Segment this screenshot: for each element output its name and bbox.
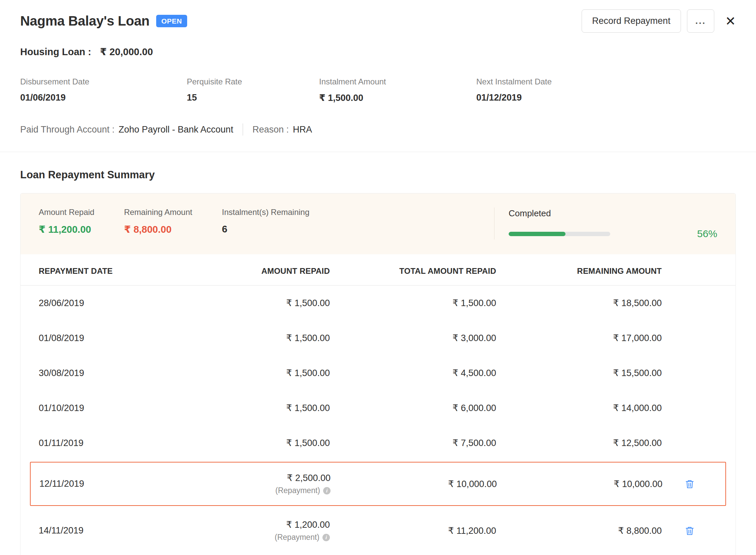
amount-repaid-cell: ₹ 1,500.00 (167, 438, 330, 448)
table-row: 14/11/2019 ₹ 1,200.00 (Repayment) i ₹ 11… (39, 507, 717, 554)
loan-details-page: Nagma Balay's Loan OPEN Record Repayment… (0, 0, 756, 555)
header-actions: Record Repayment ... ✕ (582, 9, 736, 33)
repayment-date-cell: 01/08/2019 (39, 333, 167, 343)
table-row: 28/06/2019 ₹ 1,500.00 ₹ 1,500.00 ₹ 18,50… (39, 286, 717, 321)
total-amount-repaid-cell: ₹ 1,500.00 (330, 298, 496, 308)
detail-label: Disbursement Date (20, 77, 187, 86)
trash-icon (685, 526, 695, 536)
page-title: Nagma Balay's Loan (20, 13, 149, 29)
repayment-date-cell: 28/06/2019 (39, 298, 167, 308)
total-amount-repaid-cell: ₹ 4,500.00 (330, 368, 496, 378)
repayment-date-cell: 12/11/2019 (39, 479, 167, 489)
stat-value: 6 (222, 224, 309, 235)
section-heading: Loan Repayment Summary (20, 169, 736, 181)
loan-detail-grid: Disbursement Date 01/06/2019 Perquisite … (20, 77, 736, 103)
remaining-amount-cell: ₹ 17,000.00 (496, 333, 662, 343)
page-header: Nagma Balay's Loan OPEN Record Repayment… (20, 0, 736, 41)
progress-percent: 56% (697, 228, 717, 239)
repayment-date-cell: 14/11/2019 (39, 525, 167, 536)
vertical-divider (243, 123, 243, 136)
repayment-note: (Repayment) i (167, 533, 330, 542)
remaining-amount-cell: ₹ 18,500.00 (496, 298, 662, 308)
stat-value: ₹ 8,800.00 (124, 224, 192, 235)
detail-value: ₹ 1,500.00 (319, 92, 476, 103)
repayment-note: (Repayment) i (167, 486, 331, 495)
paid-through-value: Zoho Payroll - Bank Account (118, 124, 233, 135)
remaining-amount-cell: ₹ 15,500.00 (496, 368, 662, 378)
more-options-button[interactable]: ... (687, 9, 715, 33)
stat-label: Instalment(s) Remaining (222, 208, 309, 217)
detail-instalment-amount: Instalment Amount ₹ 1,500.00 (319, 77, 476, 103)
repayment-note-text: (Repayment) (275, 486, 320, 495)
repayment-date-cell: 30/08/2019 (39, 368, 167, 378)
amount-repaid-cell: ₹ 2,500.00 (Repayment) i (167, 473, 331, 495)
amount-repaid-cell: ₹ 1,500.00 (167, 333, 330, 343)
table-row: 01/10/2019 ₹ 1,500.00 ₹ 6,000.00 ₹ 14,00… (39, 391, 717, 426)
stat-amount-repaid: Amount Repaid ₹ 11,200.00 (39, 208, 94, 235)
repayment-date-cell: 01/10/2019 (39, 403, 167, 413)
amount-repaid-cell: ₹ 1,500.00 (167, 403, 330, 413)
repayment-date-cell: 01/11/2019 (39, 438, 167, 448)
amount-repaid-value: ₹ 2,500.00 (167, 473, 331, 483)
reason-value: HRA (293, 124, 312, 135)
row-actions-cell (662, 526, 717, 536)
amount-repaid-value: ₹ 1,200.00 (167, 519, 330, 530)
detail-label: Next Instalment Date (476, 77, 552, 86)
table-header: REPAYMENT DATE AMOUNT REPAID TOTAL AMOUN… (21, 254, 735, 286)
detail-label: Instalment Amount (319, 77, 476, 86)
loan-amount: ₹ 20,000.00 (100, 46, 153, 58)
table-row: 01/11/2019 ₹ 1,500.00 ₹ 7,500.00 ₹ 12,50… (39, 426, 717, 460)
stat-instalments-remaining: Instalment(s) Remaining 6 (222, 208, 309, 235)
detail-value: 01/06/2019 (20, 92, 187, 103)
info-icon[interactable]: i (323, 487, 331, 494)
total-amount-repaid-cell: ₹ 11,200.00 (330, 525, 496, 536)
table-row: 01/08/2019 ₹ 1,500.00 ₹ 3,000.00 ₹ 17,00… (39, 321, 717, 356)
delete-repayment-button[interactable] (685, 479, 695, 489)
stat-value: ₹ 11,200.00 (39, 224, 94, 235)
info-icon[interactable]: i (322, 534, 330, 541)
table-row: 30/08/2019 ₹ 1,500.00 ₹ 4,500.00 ₹ 15,50… (39, 356, 717, 391)
section-divider (0, 152, 756, 152)
status-badge: OPEN (156, 15, 187, 27)
repayment-note-text: (Repayment) (275, 533, 319, 542)
loan-type-label: Housing Loan : (20, 46, 91, 58)
paid-through-row: Paid Through Account : Zoho Payroll - Ba… (20, 123, 736, 136)
column-header-remaining-amount: REMAINING AMOUNT (496, 266, 662, 276)
table-row-highlighted: 12/11/2019 ₹ 2,500.00 (Repayment) i ₹ 10… (30, 462, 726, 506)
amount-repaid-cell: ₹ 1,200.00 (Repayment) i (167, 519, 330, 542)
detail-label: Perquisite Rate (187, 77, 319, 86)
summary-stats: Amount Repaid ₹ 11,200.00 Remaining Amou… (39, 208, 309, 235)
delete-repayment-button[interactable] (685, 526, 695, 536)
total-amount-repaid-cell: ₹ 6,000.00 (330, 403, 496, 413)
reason-label: Reason : (252, 124, 289, 135)
trash-icon (685, 479, 695, 489)
record-repayment-button[interactable]: Record Repayment (582, 9, 681, 33)
column-header-repayment-date: REPAYMENT DATE (39, 266, 167, 276)
total-amount-repaid-cell: ₹ 3,000.00 (330, 333, 496, 343)
completed-label: Completed (509, 208, 717, 219)
progress-row: 56% (509, 228, 717, 239)
total-amount-repaid-cell: ₹ 10,000.00 (331, 479, 497, 489)
amount-repaid-cell: ₹ 1,500.00 (167, 298, 330, 308)
stat-remaining-amount: Remaining Amount ₹ 8,800.00 (124, 208, 192, 235)
detail-value: 15 (187, 92, 319, 103)
row-actions-cell (662, 479, 717, 489)
loan-headline: Housing Loan : ₹ 20,000.00 (20, 46, 736, 58)
remaining-amount-cell: ₹ 8,800.00 (496, 525, 662, 536)
detail-next-instalment-date: Next Instalment Date 01/12/2019 (476, 77, 552, 103)
summary-strip: Amount Repaid ₹ 11,200.00 Remaining Amou… (21, 193, 735, 254)
detail-perquisite-rate: Perquisite Rate 15 (187, 77, 319, 103)
progress-section: Completed 56% (509, 208, 717, 239)
column-header-total-amount-repaid: TOTAL AMOUNT REPAID (330, 266, 496, 276)
remaining-amount-cell: ₹ 14,000.00 (496, 403, 662, 413)
stat-label: Remaining Amount (124, 208, 192, 217)
column-header-amount-repaid: AMOUNT REPAID (167, 266, 330, 276)
column-header-actions (662, 266, 717, 276)
close-icon[interactable]: ✕ (725, 15, 736, 28)
amount-repaid-cell: ₹ 1,500.00 (167, 368, 330, 378)
remaining-amount-cell: ₹ 10,000.00 (497, 479, 662, 489)
stat-label: Amount Repaid (39, 208, 94, 217)
detail-disbursement-date: Disbursement Date 01/06/2019 (20, 77, 187, 103)
summary-vertical-divider (494, 208, 494, 239)
progress-bar (509, 232, 610, 236)
